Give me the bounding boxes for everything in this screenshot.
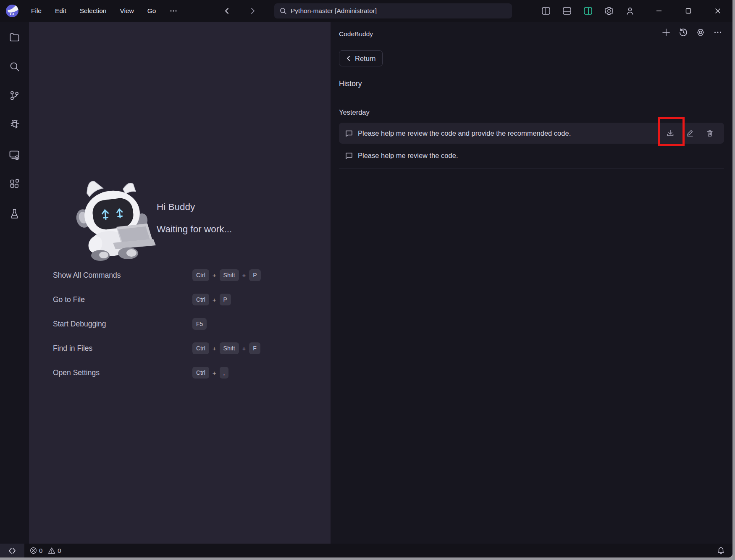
panel-settings-icon[interactable] [696, 28, 705, 37]
codebuddy-panel: CodeBuddy Return History Yesterday [331, 22, 732, 544]
history-item[interactable]: Please help me review the code and provi… [339, 123, 724, 144]
run-debug-icon[interactable] [4, 115, 24, 135]
key-separator: + [242, 345, 246, 352]
shortcut-label: Open Settings [53, 368, 192, 377]
search-input[interactable]: Python-master [Administrator] [274, 3, 512, 18]
shortcut-label: Show All Commands [53, 271, 192, 280]
minimize-button[interactable] [644, 0, 674, 22]
new-chat-icon[interactable] [662, 28, 671, 37]
menu-more-icon[interactable] [163, 7, 184, 15]
shortcut-row-start-debugging: Start Debugging F5 [53, 312, 305, 336]
remote-explorer-icon[interactable] [4, 145, 24, 165]
key-separator: + [213, 369, 216, 376]
history-heading: History [339, 79, 362, 88]
extensions-icon[interactable] [4, 174, 24, 194]
key-separator: + [213, 296, 216, 303]
warnings-icon [48, 547, 55, 554]
shortcut-keys: Ctrl+Shift+P [192, 269, 261, 281]
nav-back-icon[interactable] [222, 5, 233, 16]
menu-go[interactable]: Go [141, 0, 163, 22]
app-window: File Edit Selection View Go Python-maste… [0, 0, 732, 557]
explorer-icon[interactable] [4, 27, 24, 47]
problems-indicator[interactable]: 0 0 [30, 547, 65, 554]
keycap: Shift [220, 342, 239, 354]
panel-title: CodeBuddy [339, 30, 373, 38]
keycap: F [249, 342, 260, 354]
menu-edit[interactable]: Edit [48, 0, 73, 22]
shortcut-row-open-settings: Open Settings Ctrl+, [53, 360, 305, 385]
title-bar: File Edit Selection View Go Python-maste… [0, 0, 732, 22]
key-separator: + [213, 272, 216, 279]
menu-bar: File Edit Selection View Go [24, 0, 184, 22]
search-sidebar-icon[interactable] [4, 56, 24, 76]
delete-icon[interactable] [706, 129, 714, 137]
nav-forward-icon[interactable] [247, 5, 258, 16]
close-button[interactable] [703, 0, 732, 22]
errors-icon [30, 547, 37, 554]
keycap: Ctrl [192, 269, 209, 281]
codebuddy-mascot [69, 177, 158, 261]
history-group-label: Yesterday [339, 108, 370, 116]
account-icon[interactable] [620, 0, 640, 22]
shortcut-label: Start Debugging [53, 320, 192, 329]
history-item[interactable]: Please help me review the code. [339, 146, 724, 165]
shortcut-label: Go to File [53, 295, 192, 304]
key-separator: + [242, 272, 246, 279]
error-count: 0 [39, 547, 42, 554]
shortcut-row-go-to-file: Go to File Ctrl+P [53, 287, 305, 312]
menu-file[interactable]: File [24, 0, 48, 22]
shortcut-keys: Ctrl+P [192, 294, 231, 305]
keycap: Shift [220, 269, 239, 281]
keycap: Ctrl [192, 342, 209, 354]
remote-indicator-icon[interactable] [0, 544, 24, 557]
shortcut-row-find-in-files: Find in Files Ctrl+Shift+F [53, 336, 305, 360]
return-button[interactable]: Return [339, 50, 383, 66]
menu-selection[interactable]: Selection [73, 0, 113, 22]
maximize-button[interactable] [674, 0, 703, 22]
keycap: Ctrl [192, 367, 209, 379]
history-item-text: Please help me review the code and provi… [358, 129, 666, 137]
keycap: , [220, 367, 229, 379]
shortcut-keys: F5 [192, 318, 207, 330]
return-button-label: Return [355, 55, 376, 63]
toggle-left-sidebar-icon[interactable] [536, 0, 556, 22]
search-icon [279, 7, 287, 15]
app-logo-icon [5, 4, 19, 18]
shortcut-keys: Ctrl+, [192, 367, 228, 379]
test-lab-icon[interactable] [4, 203, 24, 223]
history-divider [339, 168, 724, 168]
warning-count: 0 [58, 547, 61, 554]
shortcut-keys: Ctrl+Shift+F [192, 342, 260, 354]
search-value: Python-master [Administrator] [291, 7, 377, 15]
activity-bar [0, 22, 29, 544]
shortcut-list: Show All Commands Ctrl+Shift+P Go to Fil… [53, 263, 305, 385]
menu-view[interactable]: View [113, 0, 140, 22]
editor-welcome-area: Hi Buddy Waiting for work... Show All Co… [29, 22, 331, 544]
chat-bubble-icon [345, 129, 353, 137]
greeting-title: Hi Buddy [157, 196, 232, 218]
notifications-bell-icon[interactable] [717, 544, 725, 557]
toggle-right-sidebar-icon[interactable] [578, 0, 598, 22]
toggle-bottom-panel-icon[interactable] [556, 0, 578, 22]
greeting-subtitle: Waiting for work... [157, 218, 232, 240]
edit-icon[interactable] [686, 129, 694, 137]
chevron-left-icon [346, 55, 352, 61]
history-item-text: Please help me review the code. [358, 152, 714, 160]
shortcut-row-show-all-commands: Show All Commands Ctrl+Shift+P [53, 263, 305, 287]
keycap: P [249, 269, 260, 281]
source-control-icon[interactable] [4, 85, 24, 105]
export-download-icon[interactable] [666, 129, 675, 137]
panel-more-icon[interactable] [713, 28, 722, 37]
keycap: F5 [192, 318, 207, 330]
chat-bubble-icon [345, 151, 353, 160]
settings-gear-icon[interactable] [598, 0, 620, 22]
keycap: Ctrl [192, 294, 209, 305]
status-bar: 0 0 [0, 544, 732, 557]
key-separator: + [213, 345, 216, 352]
shortcut-label: Find in Files [53, 344, 192, 353]
keycap: P [220, 294, 231, 305]
history-icon[interactable] [679, 28, 688, 37]
